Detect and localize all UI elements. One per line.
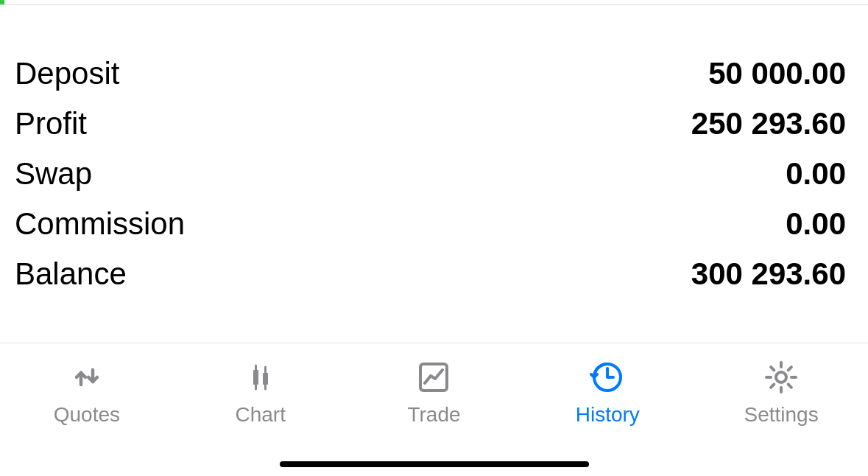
tab-history-label: History bbox=[576, 403, 640, 427]
trade-icon bbox=[412, 357, 456, 397]
row-value-balance: 300 293.60 bbox=[691, 256, 846, 292]
chart-icon bbox=[239, 357, 283, 397]
tab-history[interactable]: History bbox=[541, 357, 674, 427]
data-row: Deposit50 000.00 bbox=[15, 49, 846, 99]
data-row: Profit250 293.60 bbox=[15, 99, 846, 149]
tab-chart[interactable]: Chart bbox=[194, 357, 327, 427]
row-label-profit: Profit bbox=[15, 106, 87, 141]
tab-chart-label: Chart bbox=[235, 403, 285, 427]
tab-settings[interactable]: Settings bbox=[715, 357, 847, 427]
row-value-swap: 0.00 bbox=[786, 156, 846, 192]
svg-rect-0 bbox=[253, 370, 258, 385]
row-value-deposit: 50 000.00 bbox=[708, 56, 846, 91]
quotes-icon bbox=[65, 357, 109, 397]
svg-rect-3 bbox=[263, 373, 268, 385]
data-row: Swap0.00 bbox=[15, 149, 846, 199]
row-value-profit: 250 293.60 bbox=[691, 106, 846, 141]
tab-quotes-label: Quotes bbox=[54, 403, 120, 427]
tab-quotes[interactable]: Quotes bbox=[21, 357, 153, 427]
tab-settings-label: Settings bbox=[744, 403, 818, 427]
tab-trade[interactable]: Trade bbox=[367, 357, 500, 427]
row-label-balance: Balance bbox=[15, 256, 127, 292]
home-indicator bbox=[280, 461, 589, 467]
tab-bar: Quotes Chart Trade bbox=[0, 343, 868, 461]
row-label-swap: Swap bbox=[15, 156, 92, 192]
content-area: Deposit50 000.00Profit250 293.60Swap0.00… bbox=[0, 5, 868, 343]
tab-trade-label: Trade bbox=[407, 403, 460, 427]
status-indicator bbox=[0, 0, 4, 4]
svg-point-8 bbox=[776, 372, 786, 382]
data-row: Balance300 293.60 bbox=[15, 249, 846, 299]
row-value-commission: 0.00 bbox=[786, 206, 846, 242]
row-label-commission: Commission bbox=[15, 206, 185, 242]
history-icon bbox=[585, 357, 629, 397]
row-label-deposit: Deposit bbox=[15, 56, 119, 91]
data-row: Commission0.00 bbox=[15, 199, 846, 249]
settings-icon bbox=[759, 357, 803, 397]
